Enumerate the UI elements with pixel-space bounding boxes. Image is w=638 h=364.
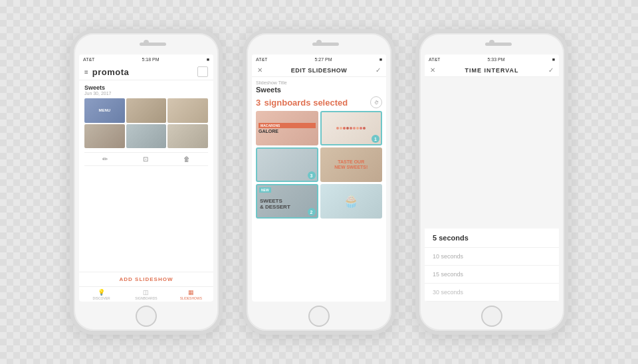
card-grey[interactable]: 3 xyxy=(256,147,318,182)
selected-row: 3 signboards selected ⏱ xyxy=(256,96,382,108)
phone-speaker-2 xyxy=(312,43,339,46)
p1-header: ≡ promota xyxy=(79,64,213,80)
interval-15s[interactable]: 15 seconds xyxy=(425,266,559,284)
timer-button[interactable]: ⏱ xyxy=(370,96,382,108)
p2-header: ✕ EDIT SLIDESHOW ✓ xyxy=(252,64,386,77)
home-button-1[interactable] xyxy=(136,306,157,327)
tab-bar: 💡 DISCOVER ◫ SIGNBOARDS ▦ SLIDESHOWS xyxy=(79,286,213,302)
thumbnails-grid: MENU xyxy=(84,98,208,148)
tab-discover-label: DISCOVER xyxy=(93,296,110,300)
card-sweet[interactable]: NEW SWEETS& DESSERT 2 xyxy=(256,184,318,219)
thumb-food1 xyxy=(126,98,167,123)
edit-slideshow-title: EDIT SLIDESHOW xyxy=(291,67,348,74)
time-1: 5:18 PM xyxy=(142,57,160,62)
thumb-food3 xyxy=(84,124,125,149)
p2-content: Slideshow Title Sweets 3 signboards sele… xyxy=(252,77,386,302)
dots-pattern xyxy=(334,124,368,132)
signboards-grid: MACARONS GALORE xyxy=(256,111,382,219)
battery-2: ■ xyxy=(379,57,382,62)
cupcake-icon: 🧁 xyxy=(344,194,358,209)
field-label: Slideshow Title xyxy=(256,80,382,85)
close-icon-3[interactable]: ✕ xyxy=(430,66,435,74)
interval-list: 5 seconds 10 seconds 15 seconds 30 secon… xyxy=(425,228,559,302)
interval-10s[interactable]: 10 seconds xyxy=(425,248,559,266)
sweets-text: SWEETS& DESSERT xyxy=(260,198,314,210)
carrier-2: AT&T xyxy=(256,57,267,62)
status-bar-3: AT&T 5:33 PM ■ xyxy=(425,54,559,64)
carrier-1: AT&T xyxy=(83,57,94,62)
time-3: 5:33 PM xyxy=(488,57,505,62)
battery-3: ■ xyxy=(552,57,555,62)
new-badge: NEW xyxy=(259,187,271,193)
macarons-subtitle: GALORE xyxy=(259,129,316,134)
card-num-3: 3 xyxy=(308,171,316,179)
p3-content xyxy=(425,77,559,228)
selected-text: signboards selected xyxy=(264,98,348,108)
p3-header: ✕ TIME INTERVAL ✓ xyxy=(425,64,559,77)
tab-slideshows[interactable]: ▦ SLIDESHOWS xyxy=(169,289,213,300)
count-number: 3 xyxy=(256,98,261,108)
thumb-food2 xyxy=(167,98,208,123)
status-bar-2: AT&T 5:27 PM ■ xyxy=(252,54,386,64)
menu-icon[interactable]: ≡ xyxy=(84,68,88,76)
interval-5s[interactable]: 5 seconds xyxy=(425,228,559,248)
tab-discover[interactable]: 💡 DISCOVER xyxy=(79,289,124,300)
phone-speaker-1 xyxy=(140,43,166,46)
edit-icon[interactable]: ✏ xyxy=(102,155,108,163)
phone-2: AT&T 5:27 PM ■ ✕ EDIT SLIDESHOW ✓ Slides… xyxy=(243,29,395,335)
macarons-tag: MACARONS xyxy=(259,123,316,128)
status-bar-1: AT&T 5:18 PM ■ xyxy=(79,54,213,64)
thumb-food4 xyxy=(126,124,167,149)
card-num-1: 1 xyxy=(372,135,379,143)
thumb-menu: MENU xyxy=(84,98,125,123)
battery-1: ■ xyxy=(207,57,209,62)
slide-title: Sweets xyxy=(84,84,208,91)
check-icon[interactable]: ✓ xyxy=(375,66,381,74)
card-dots[interactable]: 1 xyxy=(320,111,383,145)
card-baked[interactable]: TASTE OURNEW SWEETS! xyxy=(320,147,383,182)
field-value[interactable]: Sweets xyxy=(256,86,382,94)
thumb-food5 xyxy=(167,124,208,149)
interval-30s[interactable]: 30 seconds xyxy=(425,284,559,302)
phone-1: AT&T 5:18 PM ■ ≡ promota Sweets Jun 30, … xyxy=(70,29,223,335)
p1-content: Sweets Jun 30, 2017 MENU ✏ ⊡ 🗑 xyxy=(79,80,213,272)
time-2: 5:27 PM xyxy=(315,57,332,62)
phone-3-screen: AT&T 5:33 PM ■ ✕ TIME INTERVAL ✓ 5 secon… xyxy=(425,54,559,302)
check-icon-3[interactable]: ✓ xyxy=(548,66,554,74)
delete-icon[interactable]: 🗑 xyxy=(183,155,190,163)
tab-signboards[interactable]: ◫ SIGNBOARDS xyxy=(124,289,168,300)
card-macarons[interactable]: MACARONS GALORE xyxy=(256,111,318,145)
home-button-2[interactable] xyxy=(308,306,330,327)
avatar[interactable] xyxy=(197,66,208,77)
home-button-3[interactable] xyxy=(481,306,502,327)
time-interval-title: TIME INTERVAL xyxy=(465,67,518,74)
card-cupcake[interactable]: 🧁 xyxy=(320,184,383,219)
tab-signboards-label: SIGNBOARDS xyxy=(135,296,157,300)
app-logo: promota xyxy=(92,67,130,77)
phone-2-screen: AT&T 5:27 PM ■ ✕ EDIT SLIDESHOW ✓ Slides… xyxy=(252,54,386,302)
selected-count: 3 signboards selected xyxy=(256,98,350,108)
card-num-2: 2 xyxy=(308,208,316,216)
carrier-3: AT&T xyxy=(429,57,440,62)
add-slideshow-button[interactable]: ADD SLIDESHOW xyxy=(79,272,213,286)
phone-1-screen: AT&T 5:18 PM ■ ≡ promota Sweets Jun 30, … xyxy=(79,54,213,302)
tab-slideshows-label: SLIDESHOWS xyxy=(180,296,202,300)
phone-3: AT&T 5:33 PM ■ ✕ TIME INTERVAL ✓ 5 secon… xyxy=(415,29,568,335)
baked-text: TASTE OURNEW SWEETS! xyxy=(334,159,368,171)
close-icon[interactable]: ✕ xyxy=(257,66,263,74)
share-icon[interactable]: ⊡ xyxy=(143,155,148,163)
discover-icon: 💡 xyxy=(98,289,105,296)
phone-speaker-3 xyxy=(485,43,512,46)
slideshows-icon: ▦ xyxy=(188,289,194,296)
p1-actions: ✏ ⊡ 🗑 xyxy=(84,152,208,166)
slide-date: Jun 30, 2017 xyxy=(84,91,208,96)
signboards-icon: ◫ xyxy=(143,289,149,296)
